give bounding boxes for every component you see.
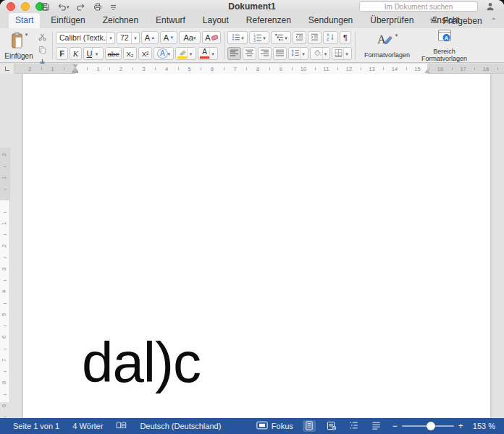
print-layout-icon xyxy=(305,421,314,432)
clipboard-icon xyxy=(10,32,24,51)
word-count[interactable]: 4 Wörter xyxy=(72,422,103,430)
align-left-button[interactable] xyxy=(227,47,241,60)
tab-einfügen[interactable]: Einfügen xyxy=(44,13,91,28)
outline-view-icon xyxy=(349,421,358,431)
bold-button[interactable]: F xyxy=(56,47,68,60)
search-input[interactable] xyxy=(359,1,478,12)
ruler-tick xyxy=(361,67,361,70)
share-person-add-icon xyxy=(429,15,440,26)
document-page[interactable]: dal)c b b eXarf xyxy=(23,74,490,418)
italic-button[interactable]: K xyxy=(70,47,82,60)
font-name-combo[interactable]: Calibri (Textk... ▾ xyxy=(56,32,115,44)
ruler-tick xyxy=(292,67,293,70)
bullet-list-icon xyxy=(231,33,241,43)
styles-group: A ▾ Formatvorlagen A Bereich Formatvorla… xyxy=(358,30,473,61)
align-right-button[interactable] xyxy=(258,47,272,60)
ruler-tick xyxy=(87,67,88,70)
group-separator xyxy=(355,32,356,59)
styles-pane-button[interactable]: A Bereich Formatvorlagen xyxy=(416,30,473,61)
hanging-indent-marker[interactable] xyxy=(72,67,78,73)
font-color-button[interactable]: A ▾ xyxy=(198,47,218,60)
document-area: dal)c b b eXarf 21123456789101112 xyxy=(0,74,504,418)
underline-button[interactable]: U ▾ xyxy=(83,47,104,60)
focus-icon xyxy=(256,421,268,431)
share-label: Freigeben xyxy=(443,16,482,26)
ruler-number: 8 xyxy=(256,66,259,72)
highlighter-icon xyxy=(177,49,187,59)
ruler-tick xyxy=(4,234,7,235)
tab-start[interactable]: Start xyxy=(9,13,40,28)
tab-entwurf[interactable]: Entwurf xyxy=(149,13,192,28)
outline-view-button[interactable] xyxy=(348,420,361,432)
paste-button[interactable]: ▾ Einfügen xyxy=(3,30,35,61)
paste-dropdown-caret[interactable]: ▾ xyxy=(25,32,28,37)
ruler-number: 3 xyxy=(1,267,7,270)
text-effects-button[interactable]: A ▾ xyxy=(154,47,174,60)
grow-font-button[interactable]: A▲ xyxy=(141,31,159,44)
shrink-font-button[interactable]: A▼ xyxy=(160,31,177,44)
print-layout-view-button[interactable] xyxy=(303,420,316,432)
justify-button[interactable] xyxy=(273,47,287,60)
line-spacing-button[interactable]: ▾ xyxy=(288,47,308,60)
ruler-tick xyxy=(337,67,338,70)
font-size-combo[interactable]: 72 ▾ xyxy=(117,32,140,44)
styles-pane-icon: A xyxy=(437,29,453,46)
superscript-button[interactable]: X² xyxy=(138,47,152,60)
shading-button[interactable]: ▾ xyxy=(310,47,330,60)
outdent-icon xyxy=(295,33,304,43)
zoom-slider[interactable] xyxy=(402,425,454,427)
tab-sendungen[interactable]: Sendungen xyxy=(302,13,359,28)
align-center-button[interactable] xyxy=(243,47,256,60)
web-layout-view-button[interactable] xyxy=(325,420,338,432)
ruler-tick xyxy=(4,394,7,395)
ruler-tick xyxy=(269,67,270,70)
draft-view-button[interactable] xyxy=(370,420,383,432)
right-indent-marker[interactable] xyxy=(424,69,430,73)
styles-pane-label-line1: Bereich xyxy=(433,48,455,55)
decrease-indent-button[interactable] xyxy=(293,31,306,44)
ruler-number: 9 xyxy=(1,404,7,407)
focus-mode-button[interactable]: Fokus xyxy=(256,421,293,431)
tab-zeichnen[interactable]: Zeichnen xyxy=(96,13,145,28)
bullets-button[interactable]: ▾ xyxy=(227,31,248,44)
zoom-slider-knob[interactable] xyxy=(427,422,435,430)
zoom-in-button[interactable]: + xyxy=(458,421,463,431)
ruler-tick xyxy=(452,67,453,70)
zoom-out-button[interactable]: − xyxy=(392,421,398,431)
subscript-button[interactable]: X₂ xyxy=(123,47,137,60)
multilevel-list-icon xyxy=(274,33,285,43)
increase-indent-button[interactable] xyxy=(308,31,322,44)
numbering-button[interactable]: 123 ▾ xyxy=(249,31,269,44)
zoom-level[interactable]: 153 % xyxy=(473,422,495,430)
ruler-number: 6 xyxy=(211,66,214,72)
document-text[interactable]: dal)c b b eXarf xyxy=(82,196,213,418)
language-selector[interactable]: Deutsch (Deutschland) xyxy=(140,422,221,430)
change-case-button[interactable]: Aa▾ xyxy=(179,31,201,44)
ruler-tick xyxy=(406,67,407,70)
tab-überprüfen[interactable]: Überprüfen xyxy=(364,13,420,28)
tab-layout[interactable]: Layout xyxy=(196,13,235,28)
ruler-number: 18 xyxy=(483,66,489,72)
vertical-ruler[interactable]: 21123456789101112 xyxy=(0,148,10,402)
sort-button[interactable]: AZ xyxy=(323,31,338,44)
styles-button[interactable]: A ▾ Formatvorlagen xyxy=(358,30,416,61)
ruler-number: 4 xyxy=(1,290,7,293)
ruler-tick xyxy=(64,67,64,70)
clear-formatting-button[interactable]: A xyxy=(202,31,221,44)
triangle-up-icon: ▲ xyxy=(151,35,155,40)
share-button[interactable]: Freigeben xyxy=(429,15,482,26)
collapse-ribbon-button[interactable]: ⌃ xyxy=(491,17,497,25)
proofing-status-button[interactable] xyxy=(116,421,127,431)
ruler-tick xyxy=(178,67,179,70)
highlight-button[interactable]: ▾ xyxy=(175,47,196,60)
horizontal-ruler[interactable]: 21123456789101112131415161718 xyxy=(0,64,504,74)
show-paragraph-marks-button[interactable]: ¶ xyxy=(340,31,351,44)
cut-button[interactable] xyxy=(38,31,47,44)
borders-button[interactable]: ▾ xyxy=(332,47,352,60)
multilevel-list-button[interactable]: ▾ xyxy=(271,31,291,44)
eraser-icon xyxy=(211,35,219,41)
page-count[interactable]: Seite 1 von 1 xyxy=(13,422,59,430)
copy-button[interactable] xyxy=(38,44,47,57)
strikethrough-button[interactable]: abe xyxy=(105,47,122,60)
tab-referenzen[interactable]: Referenzen xyxy=(240,13,298,28)
